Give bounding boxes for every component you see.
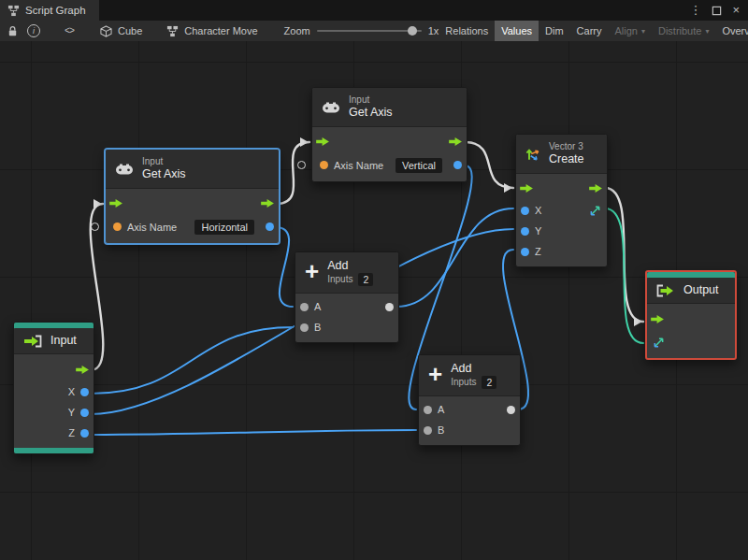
x-out-port[interactable]	[80, 388, 89, 396]
zoom-control: Zoom 1x	[284, 25, 439, 36]
sum-out-port[interactable]	[507, 406, 515, 414]
node-add-1[interactable]: + Add Inputs 2 A B	[295, 251, 399, 343]
inputs-count-field[interactable]: 2	[482, 376, 496, 389]
cube-icon	[100, 25, 112, 37]
node-header: + Add Inputs 2	[295, 252, 398, 294]
node-vector3-create[interactable]: Vector 3 Create X Y Z	[515, 134, 608, 267]
input-a-label: A	[438, 404, 444, 415]
inputs-count-field[interactable]: 2	[358, 273, 373, 286]
node-header: + Add Inputs 2	[419, 355, 520, 396]
flow-in-port[interactable]	[316, 136, 330, 147]
input-b-port[interactable]	[424, 426, 432, 435]
z-label: Z	[68, 427, 75, 438]
node-category: Input	[349, 94, 393, 106]
node-get-axis-horizontal[interactable]: Input Get Axis Axis Name Horizontal	[105, 149, 280, 244]
vector3-result-port[interactable]	[589, 205, 601, 217]
input-a-port[interactable]	[300, 303, 309, 311]
graph-asset-icon	[166, 25, 179, 37]
node-input[interactable]: Input X Y Z	[13, 322, 94, 454]
chevron-down-icon: ▾	[705, 27, 709, 36]
axis-name-field[interactable]: Vertical	[396, 158, 442, 173]
plus-icon: +	[305, 262, 319, 280]
node-category: Vector 3	[549, 141, 584, 152]
axis-name-port[interactable]	[91, 223, 99, 231]
lock-icon[interactable]	[7, 25, 19, 37]
toolbar-button-values[interactable]: Values	[495, 21, 539, 41]
flow-out-port[interactable]	[449, 136, 463, 147]
flow-out-port[interactable]	[76, 365, 90, 375]
y-out-port[interactable]	[80, 409, 89, 417]
x-label: X	[68, 386, 75, 397]
y-label: Y	[535, 225, 541, 237]
breadcrumb-graph-label: Character Move	[184, 25, 257, 36]
zoom-slider-handle[interactable]	[408, 26, 417, 36]
toolbar-toggles: Relations Values Dim Carry Align ▾ Distr…	[439, 21, 748, 41]
input-b-port[interactable]	[300, 323, 309, 332]
toolbar-button-dim[interactable]: Dim	[539, 21, 570, 41]
zoom-slider[interactable]	[317, 30, 422, 32]
output-arrow-icon	[656, 284, 675, 297]
input-a-port[interactable]	[424, 406, 432, 414]
window-controls: ⋮ ×	[689, 5, 748, 16]
toolbar-button-relations[interactable]: Relations	[439, 21, 495, 41]
node-output[interactable]: Output	[645, 270, 737, 360]
toolbar-button-overview[interactable]: Overv	[715, 21, 748, 41]
flow-in-port[interactable]	[520, 183, 534, 194]
node-header: Output	[647, 278, 735, 304]
tab-label: Script Graph	[25, 5, 86, 16]
info-icon[interactable]: i	[27, 24, 40, 37]
inputs-label: Inputs	[327, 274, 352, 285]
node-header: Input	[14, 328, 94, 354]
node-title: Create	[549, 152, 584, 166]
vector3-icon	[525, 147, 540, 162]
wire-input-z-to-add2-b[interactable]	[91, 430, 416, 435]
node-header: Input Get Axis	[312, 88, 467, 127]
breadcrumb-object[interactable]: Cube	[100, 25, 142, 37]
wire-flow-get-axis-h-to-get-axis-v[interactable]	[277, 142, 309, 204]
axis-name-field[interactable]: Horizontal	[194, 220, 254, 235]
flow-out-port[interactable]	[261, 198, 275, 208]
chevron-down-icon: ▾	[641, 27, 645, 36]
node-header: Vector 3 Create	[516, 135, 607, 174]
zoom-value: 1x	[428, 25, 439, 36]
toolbar-dropdown-distribute[interactable]: Distribute ▾	[652, 21, 715, 41]
code-icon[interactable]: <>	[65, 26, 74, 36]
graph-toolbar: i <> Cube Character Move Zoom 1x Relatio…	[0, 21, 748, 42]
value-out-port[interactable]	[266, 223, 274, 231]
wire-add1-sum-to-vector3-x[interactable]	[396, 208, 513, 307]
flow-in-port[interactable]	[109, 198, 123, 208]
flow-out-port[interactable]	[589, 183, 603, 194]
sum-out-port[interactable]	[385, 303, 394, 311]
node-title: Get Axis	[142, 167, 186, 181]
gamepad-icon	[322, 101, 340, 114]
input-arrow-icon	[23, 335, 42, 348]
axis-name-port[interactable]	[297, 161, 306, 169]
script-graph-icon	[7, 5, 20, 17]
node-title: Input	[50, 334, 77, 348]
x-in-port[interactable]	[521, 207, 529, 215]
x-label: X	[535, 205, 541, 216]
value-out-port[interactable]	[453, 161, 462, 169]
tab-script-graph[interactable]: Script Graph	[0, 0, 99, 21]
wire-arrowhead	[94, 199, 102, 208]
z-out-port[interactable]	[80, 429, 89, 438]
breadcrumb-object-label: Cube	[118, 25, 142, 36]
flow-in-port[interactable]	[651, 314, 665, 324]
toolbar-button-carry[interactable]: Carry	[570, 21, 609, 41]
node-header: Input Get Axis	[106, 150, 279, 189]
graph-canvas[interactable]: Input Get Axis Axis Name Vertical Input	[0, 41, 748, 560]
maximize-icon[interactable]	[712, 6, 722, 16]
node-get-axis-vertical[interactable]: Input Get Axis Axis Name Vertical	[311, 87, 468, 182]
breadcrumb-graph[interactable]: Character Move	[166, 25, 257, 37]
toolbar-dropdown-align[interactable]: Align ▾	[608, 21, 651, 41]
param-label: Axis Name	[127, 222, 177, 233]
vector3-in-port[interactable]	[653, 337, 665, 349]
string-type-dot	[113, 223, 122, 231]
zoom-label: Zoom	[284, 25, 310, 36]
y-in-port[interactable]	[521, 227, 529, 236]
z-in-port[interactable]	[521, 248, 529, 256]
close-icon[interactable]: ×	[732, 5, 740, 16]
wire-arrowhead	[634, 317, 642, 326]
kebab-menu-icon[interactable]: ⋮	[689, 5, 701, 16]
node-add-2[interactable]: + Add Inputs 2 A B	[418, 354, 521, 446]
